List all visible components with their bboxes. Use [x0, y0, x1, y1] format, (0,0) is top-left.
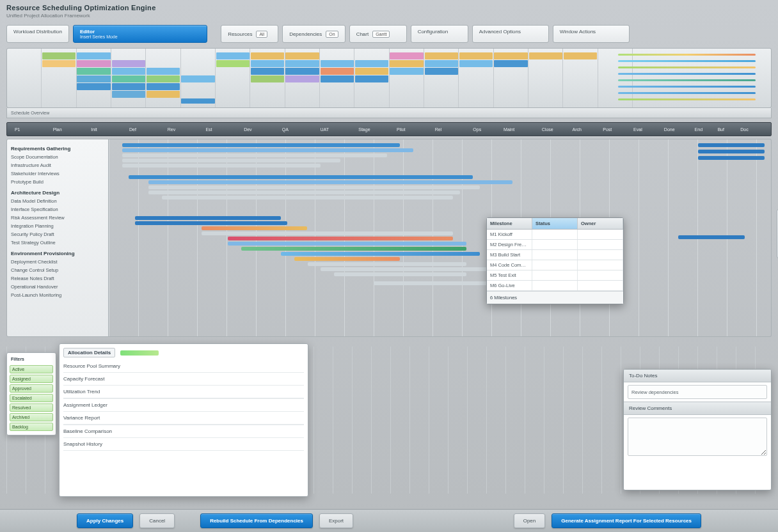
notes-input[interactable]: [628, 385, 767, 399]
task-row[interactable]: Scope Documentation: [11, 153, 104, 161]
open-button[interactable]: Open: [514, 513, 546, 528]
gantt-chart[interactable]: Milestone Status Owner M1 Kickoff M2 Des…: [109, 139, 772, 337]
cal-block[interactable]: [77, 83, 111, 90]
task-row[interactable]: Test Strategy Outline: [11, 239, 104, 247]
cal-block[interactable]: [390, 52, 424, 59]
filter-chip[interactable]: Active: [10, 365, 53, 373]
gantt-bar[interactable]: [698, 150, 765, 153]
gantt-bar[interactable]: [148, 180, 512, 184]
task-row[interactable]: Prototype Build: [11, 178, 104, 186]
popup-cell[interactable]: M3 Build Start: [487, 250, 532, 260]
allocation-item[interactable]: Resource Pool Summary: [63, 360, 304, 373]
allocation-item[interactable]: Assignment Ledger: [63, 399, 304, 412]
gantt-bar[interactable]: [122, 164, 321, 168]
allocation-panel[interactable]: Allocation Details Resource Pool Summary…: [59, 343, 308, 497]
gantt-bar[interactable]: [129, 175, 473, 179]
allocation-item[interactable]: Snapshot History: [63, 438, 304, 451]
cal-block[interactable]: [77, 52, 111, 59]
task-row[interactable]: Infrastructure Audit: [11, 161, 104, 169]
tab-editor[interactable]: Editor Insert Series Mode: [73, 25, 207, 43]
filter-panel[interactable]: Filters Active Assigned Approved Escalat…: [6, 352, 56, 435]
task-row[interactable]: Risk Assessment Review: [11, 214, 104, 222]
cal-block[interactable]: [77, 75, 111, 82]
popup-cell[interactable]: [578, 281, 623, 290]
cal-block[interactable]: [77, 60, 111, 67]
filter-chip[interactable]: Backlog: [10, 423, 53, 431]
gantt-bar[interactable]: [122, 153, 387, 157]
allocation-item[interactable]: Capacity Forecast: [63, 373, 304, 386]
gantt-bar[interactable]: [281, 252, 480, 256]
cal-block[interactable]: [251, 75, 285, 82]
cal-block[interactable]: [321, 68, 354, 75]
popup-cell[interactable]: [532, 240, 578, 249]
gantt-bar[interactable]: [308, 262, 466, 266]
popup-cell[interactable]: [578, 240, 623, 249]
filter-chip[interactable]: Approved: [10, 384, 53, 393]
cal-block[interactable]: [216, 52, 250, 59]
gantt-bar[interactable]: [294, 257, 401, 261]
popup-cell[interactable]: [578, 230, 623, 239]
popup-cell[interactable]: M1 Kickoff: [487, 230, 532, 239]
task-row[interactable]: Change Control Setup: [11, 266, 104, 274]
popup-cell[interactable]: M5 Test Exit: [487, 270, 532, 280]
cal-block[interactable]: [147, 83, 180, 90]
filter-chip[interactable]: Resolved: [10, 403, 53, 412]
cal-block[interactable]: [390, 68, 424, 75]
cal-block[interactable]: [494, 52, 528, 59]
gantt-bar[interactable]: [135, 216, 281, 220]
cal-block[interactable]: [251, 60, 285, 67]
cancel-button[interactable]: Cancel: [139, 513, 175, 528]
task-row[interactable]: Release Notes Draft: [11, 274, 104, 283]
task-row[interactable]: Interface Specification: [11, 205, 104, 214]
cal-block[interactable]: [147, 75, 180, 82]
popup-col-owner[interactable]: Owner: [578, 218, 623, 229]
rebuild-button[interactable]: Rebuild Schedule From Dependencies: [200, 513, 313, 528]
tab-window-actions[interactable]: Window Actions: [553, 25, 630, 43]
cal-block[interactable]: [42, 60, 76, 67]
cal-block[interactable]: [147, 68, 180, 75]
cal-block[interactable]: [112, 68, 146, 75]
comments-textarea[interactable]: [628, 418, 767, 456]
cal-block[interactable]: [355, 75, 389, 82]
filter-chip[interactable]: Assigned: [10, 375, 53, 383]
cal-block[interactable]: [390, 60, 424, 67]
cal-block[interactable]: [355, 68, 389, 75]
allocation-item[interactable]: Baseline Comparison: [63, 425, 304, 438]
task-row[interactable]: Deployment Checklist: [11, 258, 104, 266]
cal-block[interactable]: [112, 75, 146, 82]
popup-col-milestone[interactable]: Milestone: [487, 218, 532, 229]
gantt-bar[interactable]: [698, 143, 765, 147]
gantt-bar[interactable]: [135, 221, 287, 225]
popup-cell[interactable]: [578, 260, 623, 270]
cal-block[interactable]: [147, 91, 180, 98]
gantt-bar[interactable]: [678, 235, 745, 239]
cal-block[interactable]: [285, 75, 319, 82]
milestone-popup[interactable]: Milestone Status Owner M1 Kickoff M2 Des…: [486, 217, 624, 304]
task-list[interactable]: Requirements Gathering Scope Documentati…: [6, 139, 109, 337]
cal-block[interactable]: [112, 83, 146, 90]
apply-button[interactable]: Apply Changes: [77, 513, 133, 528]
cal-block[interactable]: [42, 52, 76, 59]
time-ruler[interactable]: P1 Plan Init Def Rev Est Dev QA UAT Stag…: [6, 122, 772, 136]
tab-configuration[interactable]: Configuration: [411, 25, 468, 43]
gantt-bar[interactable]: [122, 159, 341, 162]
gantt-bar[interactable]: [148, 191, 459, 194]
cal-block[interactable]: [285, 52, 319, 59]
popup-cell[interactable]: [532, 260, 578, 270]
tab-resources[interactable]: Resources All: [221, 25, 278, 43]
gantt-bar[interactable]: [228, 242, 466, 246]
cal-block[interactable]: [355, 60, 389, 67]
task-row[interactable]: Operational Handover: [11, 283, 104, 291]
gantt-bar[interactable]: [334, 272, 466, 276]
cal-block[interactable]: [564, 52, 598, 59]
gantt-bar[interactable]: [202, 226, 308, 230]
cal-block[interactable]: [321, 75, 354, 82]
gantt-bar[interactable]: [321, 267, 506, 271]
popup-cell[interactable]: [532, 230, 578, 239]
gantt-bar[interactable]: [202, 231, 453, 235]
gantt-bar[interactable]: [698, 156, 765, 160]
cal-block[interactable]: [112, 60, 146, 67]
cal-block[interactable]: [216, 60, 250, 67]
tab-advanced[interactable]: Advanced Options: [472, 25, 549, 43]
popup-cell[interactable]: M4 Code Complete: [487, 260, 532, 270]
